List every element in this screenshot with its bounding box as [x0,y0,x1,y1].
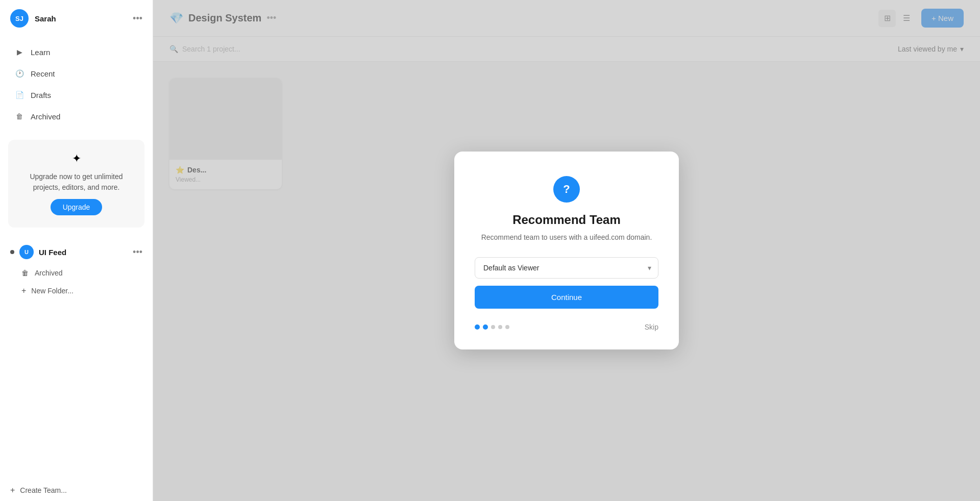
dot-5 [505,325,509,329]
clock-icon: 🕐 [14,68,24,79]
team-section: U UI Feed ••• 🗑 Archived + New Folder... [0,236,153,480]
avatar: SJ [10,9,29,28]
dot-4 [498,325,502,329]
create-team-button[interactable]: + Create Team... [0,480,153,501]
plus-icon: + [21,286,26,295]
recommend-team-modal: ? Recommend Team Recommend team to users… [454,152,679,349]
user-profile[interactable]: SJ Sarah [10,9,56,28]
user-menu-button[interactable]: ••• [133,13,142,24]
sidebar-item-learn[interactable]: ▶ Learn [4,42,149,62]
continue-button[interactable]: Continue [475,286,658,309]
main-content: 💎 Design System ••• ⊞ ☰ + New 🔍 Search 1… [153,0,980,501]
role-select-wrapper: Default as Viewer Default as Editor Defa… [475,257,658,279]
dot-3 [491,325,495,329]
trash-icon: 🗑 [14,111,24,121]
modal-overlay[interactable]: ? Recommend Team Recommend team to users… [153,0,980,501]
team-menu-button[interactable]: ••• [133,247,142,258]
sidebar-item-team-archived[interactable]: 🗑 Archived [0,264,153,282]
dot-2 [483,324,488,330]
team-name: UI Feed [39,248,66,257]
sidebar-item-archived[interactable]: 🗑 Archived [4,106,149,127]
modal-subtitle: Recommend team to users with a uifeed.co… [481,232,652,243]
sidebar-header: SJ Sarah ••• [0,0,153,37]
modal-footer: Skip [475,323,658,331]
add-folder-button[interactable]: + New Folder... [0,282,153,300]
team-avatar: U [19,245,34,259]
modal-icon: ? [553,176,580,203]
plus-icon: + [10,486,15,495]
sidebar-item-drafts[interactable]: 📄 Drafts [4,85,149,105]
modal-title: Recommend Team [512,213,621,227]
section-dot [10,250,14,254]
role-select[interactable]: Default as Viewer Default as Editor Defa… [475,257,658,279]
sidebar: SJ Sarah ••• ▶ Learn 🕐 Recent 📄 Drafts 🗑… [0,0,153,501]
trash-icon: 🗑 [21,269,29,277]
team-section-header[interactable]: U UI Feed ••• [0,240,153,264]
upgrade-text: Upgrade now to get unlimited projects, e… [16,171,136,193]
sparkle-icon: ✦ [72,152,81,165]
play-icon: ▶ [14,47,24,57]
skip-button[interactable]: Skip [645,323,658,331]
pagination-dots [475,324,509,330]
sidebar-item-recent[interactable]: 🕐 Recent [4,63,149,84]
username: Sarah [35,14,56,23]
sidebar-nav: ▶ Learn 🕐 Recent 📄 Drafts 🗑 Archived [0,37,153,132]
dot-1 [475,324,480,330]
upgrade-card: ✦ Upgrade now to get unlimited projects,… [8,140,144,228]
draft-icon: 📄 [14,90,24,100]
upgrade-button[interactable]: Upgrade [51,199,103,215]
